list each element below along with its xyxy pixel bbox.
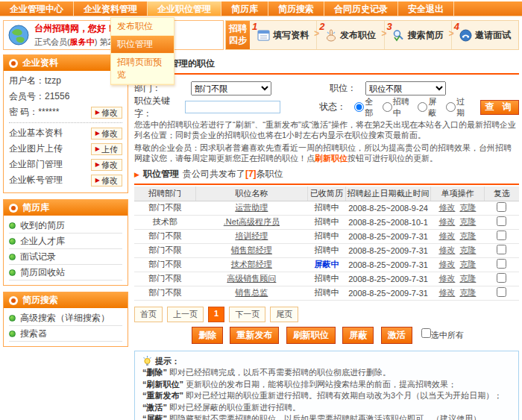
sidebar-item-interview-records[interactable]: 面试记录 [9, 249, 122, 265]
status-option-blocked[interactable]: 屏蔽 [415, 96, 441, 119]
sidebar-item-talent-pool[interactable]: 企业人才库 [9, 233, 122, 249]
dept-cell: 部门不限 [134, 286, 196, 300]
block-button[interactable]: 屏蔽 [342, 327, 374, 344]
upload-image-button[interactable]: ▶上传 [91, 143, 122, 155]
nav-tab-logout[interactable]: 安全退出 [398, 1, 454, 16]
dept-select[interactable]: 部门不限 [191, 81, 271, 95]
col-dates: 招聘起止日期截止时间 [346, 187, 431, 201]
menu-item-manage-position[interactable]: 职位管理 [111, 36, 174, 54]
sidebar-item-received-resumes[interactable]: 收到的简历 [9, 218, 122, 233]
nav-tab-position-mgmt[interactable]: 企业职位管理 [148, 1, 221, 16]
modify-link[interactable]: 修改 [438, 245, 455, 254]
step-publish-position[interactable]: 2 发布职位 > [317, 21, 384, 49]
job-link[interactable]: 高级销售顾问 [227, 274, 276, 283]
row-checkbox[interactable] [497, 202, 506, 212]
position-select[interactable]: 职位不限 [365, 81, 446, 95]
basic-info-link[interactable]: 企业基本资料 [9, 127, 63, 140]
modify-password-button[interactable]: ▶修改 [91, 107, 122, 119]
job-link[interactable]: 技术部经理 [231, 260, 272, 269]
job-link[interactable]: 销售部经理 [231, 245, 272, 254]
status-radio-all[interactable] [354, 102, 364, 112]
col-dept: 招聘部门 [134, 187, 196, 201]
modify-link[interactable]: 修改 [438, 231, 455, 240]
status-radio-expired[interactable] [446, 102, 456, 112]
modify-link[interactable]: 修改 [438, 203, 455, 212]
sidebar-item-advanced-search[interactable]: 高级搜索（详细搜索） [9, 310, 122, 326]
status-option-expired[interactable]: 过期 [443, 96, 470, 119]
account-mgmt-row: 企业帐号管理 ▶修改 [9, 172, 122, 188]
select-all-checkbox[interactable] [421, 328, 431, 338]
account-mgmt-link[interactable]: 企业帐号管理 [9, 174, 63, 187]
menu-item-preview-page[interactable]: 招聘页面预览 [111, 54, 174, 84]
table-row: 部门不限 培训经理 招聘中 2008-8-25~2009-7-31 修改克隆 [134, 229, 519, 243]
hand-click-icon [325, 29, 337, 42]
member-no-row: 会员号：21556 [9, 89, 122, 104]
magnifier-icon [392, 29, 405, 42]
nav-tab-contract-history[interactable]: 合同历史记录 [324, 1, 398, 16]
tip-line: “重新发布” 即对已经过期的职位重新进行招聘。招聘有效期自动改为3个月（以当天为… [142, 390, 511, 402]
modify-account-button[interactable]: ▶修改 [91, 175, 122, 187]
clone-link[interactable]: 克隆 [459, 288, 476, 297]
nav-tab-company-profile[interactable]: 企业资料管理 [74, 1, 148, 16]
modify-link[interactable]: 修改 [438, 260, 455, 269]
modify-link[interactable]: 修改 [438, 288, 455, 297]
nav-tab-resume-lib[interactable]: 简历库 [221, 1, 268, 16]
search-button[interactable]: 查 询 [480, 100, 519, 115]
step-invite-interview[interactable]: 4 邀请面试 [452, 21, 518, 49]
clone-link[interactable]: 克隆 [459, 217, 476, 226]
row-checkbox[interactable] [497, 287, 506, 297]
status-radio-recruiting[interactable] [383, 102, 392, 112]
clone-link[interactable]: 克隆 [459, 231, 476, 240]
menu-item-publish-position[interactable]: 发布职位 [111, 18, 174, 36]
nav-tab-company-center[interactable]: 企业管理中心 [0, 1, 74, 16]
green-dot-icon [9, 254, 16, 260]
page-number-current[interactable]: 1 [208, 307, 224, 322]
clone-link[interactable]: 克隆 [459, 260, 476, 269]
clone-link[interactable]: 克隆 [459, 274, 476, 283]
step-search-resume[interactable]: 3 搜索简历 > [385, 21, 452, 49]
sidebar-item-resume-recycle[interactable]: 简历回收站 [9, 265, 122, 280]
modify-link[interactable]: 修改 [438, 217, 455, 226]
green-dot-icon [9, 238, 16, 245]
sidebar-item-search-tool[interactable]: 搜索器 [9, 326, 122, 342]
basic-info-row: 企业基本资料 ▶修改 [9, 125, 122, 141]
date-range: 2008-8-25~2008-9-24 [346, 201, 431, 215]
status-text: 招聘中 [314, 288, 339, 297]
modify-link[interactable]: 修改 [438, 274, 455, 283]
republish-button[interactable]: 重新发布 [230, 327, 279, 344]
image-upload-link[interactable]: 企业图片上传 [9, 142, 63, 155]
clone-link[interactable]: 克隆 [459, 245, 476, 254]
status-option-recruiting[interactable]: 招聘中 [380, 96, 414, 119]
row-checkbox[interactable] [497, 259, 506, 269]
keyword-input[interactable] [185, 101, 280, 113]
step-fill-info[interactable]: 1 填写资料 > [250, 21, 317, 49]
step-label: 搜索简历 [408, 29, 444, 42]
header-row: 台州招聘网，您好！ 正式会员(服务中) 第2365 招聘四步 1 填写资料 > … [3, 20, 519, 50]
dept-mgmt-link[interactable]: 企业部门管理 [9, 158, 63, 171]
job-link[interactable]: 运营助理 [235, 203, 268, 212]
resume-search-header: 简历搜索 [4, 292, 128, 308]
row-checkbox[interactable] [497, 245, 506, 254]
delete-button[interactable]: 删除 [192, 327, 223, 344]
activate-button[interactable]: 激活 [381, 327, 412, 344]
status-option-all[interactable]: 全部 [351, 96, 378, 119]
job-link[interactable]: 销售总监 [235, 288, 268, 297]
nav-tab-resume-search[interactable]: 简历搜索 [268, 1, 324, 16]
row-checkbox[interactable] [497, 216, 506, 226]
row-checkbox[interactable] [497, 273, 506, 283]
last-page-button[interactable]: 尾页 [270, 307, 298, 322]
modify-dept-button[interactable]: ▶修改 [91, 159, 122, 171]
row-checkbox[interactable] [497, 231, 506, 240]
job-link[interactable]: 培训经理 [235, 231, 268, 240]
prev-page-button[interactable]: 上一页 [167, 307, 204, 322]
next-page-button[interactable]: 下一页 [229, 307, 265, 322]
first-page-button[interactable]: 首页 [134, 307, 163, 322]
clone-link[interactable]: 克隆 [459, 203, 476, 212]
refresh-position-highlight[interactable]: 刷新职位 [315, 154, 348, 163]
modify-basic-info-button[interactable]: ▶修改 [91, 128, 122, 140]
note-2: 尊敬的企业会员：因求职者普遍喜欢先查看近一周的招聘职位，所以为提高贵公司的招聘效… [134, 142, 519, 163]
refresh-position-button[interactable]: 刷新职位 [286, 327, 336, 344]
status-radio-blocked[interactable] [418, 102, 427, 112]
job-link[interactable]: .Net高级程序员 [224, 217, 280, 226]
step-label: 填写资料 [273, 29, 309, 42]
